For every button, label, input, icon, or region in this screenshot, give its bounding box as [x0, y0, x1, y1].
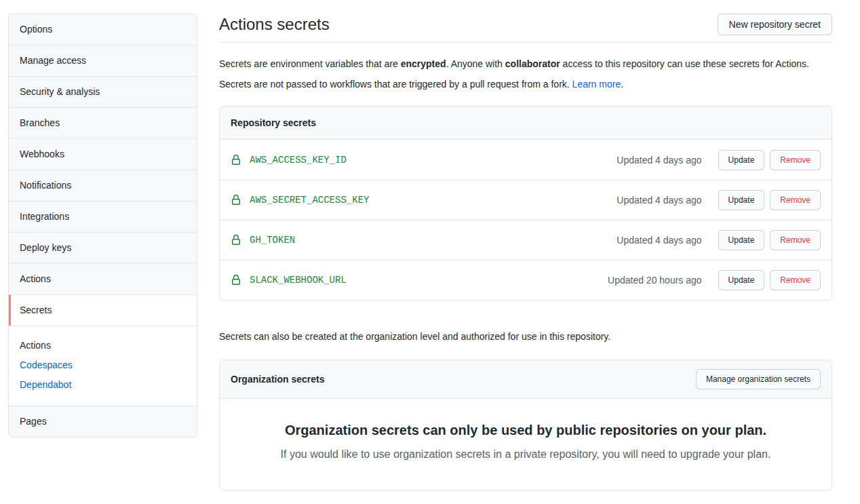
secret-name: SLACK_WEBHOOK_URL [250, 275, 347, 286]
repository-secrets-box: Repository secrets AWS_ACCESS_KEY_ID Upd… [219, 106, 832, 301]
secret-row: SLACK_WEBHOOK_URL Updated 20 hours ago U… [220, 260, 832, 300]
secret-row: AWS_ACCESS_KEY_ID Updated 4 days ago Upd… [220, 140, 832, 180]
lock-icon [231, 275, 241, 286]
blankslate-title: Organization secrets can only be used by… [247, 421, 804, 440]
main-content: Actions secrets New repository secret Se… [219, 14, 832, 490]
organization-secrets-header: Organization secrets Manage organization… [220, 360, 832, 399]
description-segment: . [621, 79, 623, 90]
secrets-description: Secrets are environment variables that a… [219, 54, 832, 94]
new-repository-secret-button[interactable]: New repository secret [718, 14, 832, 35]
repository-secrets-header: Repository secrets [220, 106, 832, 140]
settings-sidebar: Options Manage access Security & analysi… [8, 14, 197, 438]
secret-updated: Updated 4 days ago [617, 235, 701, 246]
remove-secret-button[interactable]: Remove [770, 150, 821, 170]
sidebar-item-options[interactable]: Options [9, 14, 197, 45]
sidebar-item-deploy-keys[interactable]: Deploy keys [9, 232, 197, 263]
secret-name: AWS_SECRET_ACCESS_KEY [250, 195, 369, 206]
sidebar-item-branches[interactable]: Branches [9, 107, 197, 138]
sidebar-item-integrations[interactable]: Integrations [9, 201, 197, 232]
lock-icon [231, 195, 241, 206]
secret-updated: Updated 20 hours ago [608, 275, 702, 286]
page-title: Actions secrets [219, 14, 330, 35]
update-secret-button[interactable]: Update [718, 270, 765, 290]
sidebar-item-actions[interactable]: Actions [9, 263, 197, 294]
lock-icon [231, 155, 241, 166]
remove-secret-button[interactable]: Remove [770, 270, 821, 290]
description-bold-encrypted: encrypted [401, 58, 446, 69]
subnav-item-codespaces[interactable]: Codespaces [9, 355, 197, 375]
blankslate-subtitle: If you would like to use organization se… [247, 446, 804, 463]
update-secret-button[interactable]: Update [718, 190, 765, 210]
secrets-subnav: Actions Codespaces Dependabot [9, 326, 197, 406]
secret-updated: Updated 4 days ago [617, 195, 701, 206]
learn-more-link[interactable]: Learn more [572, 79, 621, 90]
sidebar-item-secrets[interactable]: Secrets [9, 294, 197, 326]
sidebar-item-webhooks[interactable]: Webhooks [9, 138, 197, 170]
secret-name: AWS_ACCESS_KEY_ID [250, 155, 347, 166]
manage-organization-secrets-button[interactable]: Manage organization secrets [696, 369, 821, 389]
sidebar-item-notifications[interactable]: Notifications [9, 170, 197, 201]
subnav-item-actions[interactable]: Actions [9, 336, 197, 355]
org-secrets-blankslate: Organization secrets can only be used by… [220, 399, 832, 490]
org-secrets-note: Secrets can also be created at the organ… [219, 331, 832, 342]
sidebar-item-security-analysis[interactable]: Security & analysis [9, 76, 197, 107]
lock-icon [231, 235, 241, 246]
description-segment: . Anyone with [446, 58, 505, 69]
sidebar-item-pages[interactable]: Pages [9, 406, 197, 437]
repo-settings-page: Options Manage access Security & analysi… [0, 0, 860, 490]
description-segment: Secrets are environment variables that a… [219, 58, 401, 69]
page-header: Actions secrets New repository secret [219, 14, 832, 43]
secret-updated: Updated 4 days ago [617, 155, 701, 166]
secret-name: GH_TOKEN [250, 235, 295, 246]
update-secret-button[interactable]: Update [718, 150, 765, 170]
remove-secret-button[interactable]: Remove [770, 190, 821, 210]
description-bold-collaborator: collaborator [505, 58, 560, 69]
update-secret-button[interactable]: Update [718, 230, 765, 250]
organization-secrets-title: Organization secrets [231, 374, 325, 385]
sidebar-item-manage-access[interactable]: Manage access [9, 45, 197, 76]
secret-row: GH_TOKEN Updated 4 days ago Update Remov… [220, 220, 832, 260]
subnav-item-dependabot[interactable]: Dependabot [9, 375, 197, 395]
secret-row: AWS_SECRET_ACCESS_KEY Updated 4 days ago… [220, 180, 832, 220]
remove-secret-button[interactable]: Remove [770, 230, 821, 250]
organization-secrets-box: Organization secrets Manage organization… [219, 360, 832, 490]
